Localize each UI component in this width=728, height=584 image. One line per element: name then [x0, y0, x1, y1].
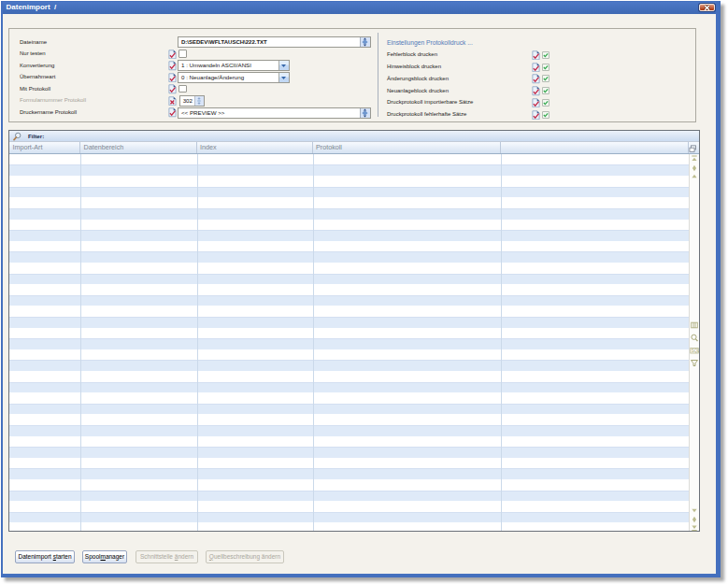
svg-text:SQL: SQL	[691, 349, 698, 353]
